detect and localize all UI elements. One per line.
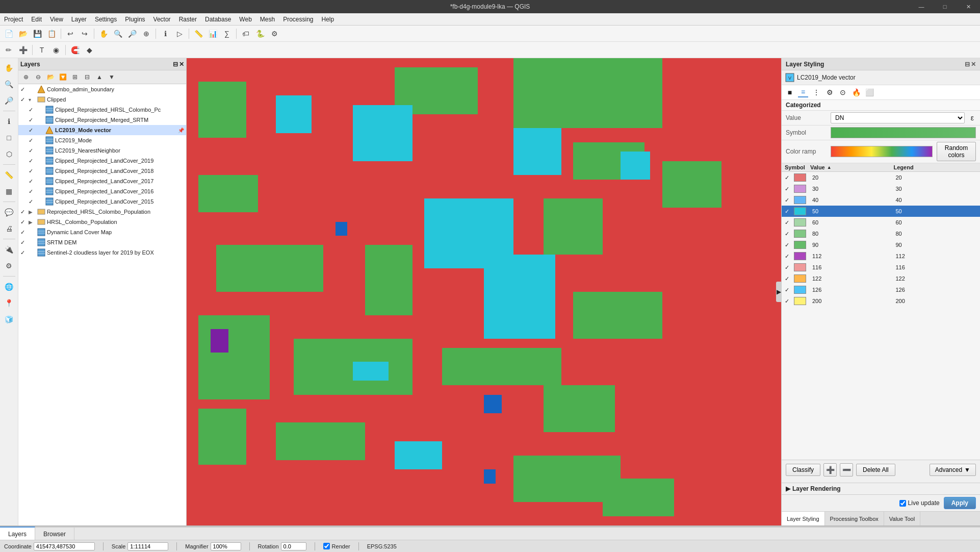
ct-check-10[interactable]: ✓ <box>785 287 792 293</box>
vertex-tool-button[interactable]: ◆ <box>83 43 96 57</box>
ct-check-11[interactable]: ✓ <box>785 298 792 305</box>
layer-check-10[interactable]: ✓ <box>29 188 37 195</box>
menu-item-database[interactable]: Database <box>201 13 235 26</box>
layer-check-9[interactable]: ✓ <box>29 178 37 185</box>
identify-button[interactable]: ℹ <box>159 27 172 40</box>
rp-bottom-tab-value-tool[interactable]: Value Tool <box>884 512 920 525</box>
menu-item-vector[interactable]: Vector <box>149 13 175 26</box>
identify-tool-button[interactable]: ℹ <box>2 114 17 129</box>
diagram-tool-button[interactable]: ◉ <box>49 43 63 57</box>
ct-color-swatch-5[interactable] <box>794 230 806 238</box>
layer-check-4[interactable]: ✓ <box>29 127 37 134</box>
layer-check-0[interactable]: ✓ <box>20 86 29 93</box>
live-update-checkbox[interactable]: Live update <box>899 499 940 507</box>
expand-all-button[interactable]: ⊞ <box>69 71 81 83</box>
value-col-header[interactable]: Value ▲ <box>810 164 894 170</box>
classify-row-7[interactable]: ✓ 112 112 <box>782 250 980 262</box>
classify-row-8[interactable]: ✓ 116 116 <box>782 262 980 273</box>
pan-map-button[interactable]: ✋ <box>97 27 110 40</box>
single-symbol-icon[interactable]: ■ <box>785 87 795 97</box>
ct-color-swatch-4[interactable] <box>794 218 806 227</box>
ct-color-swatch-8[interactable] <box>794 263 806 271</box>
layer-item-1[interactable]: ✓ ▾ Clipped <box>18 94 186 105</box>
classify-row-9[interactable]: ✓ 122 122 <box>782 273 980 284</box>
menu-item-project[interactable]: Project <box>0 13 27 26</box>
print-layout-button[interactable]: 🖨 <box>2 221 17 236</box>
filter-layer-button[interactable]: 🔽 <box>57 71 68 83</box>
ct-color-swatch-10[interactable] <box>794 286 806 294</box>
remove-layer-button[interactable]: ⊖ <box>33 71 44 83</box>
save-as-button[interactable]: 📋 <box>45 27 58 40</box>
layer-check-8[interactable]: ✓ <box>29 168 37 174</box>
select-freehand-button[interactable]: ⬡ <box>2 146 17 162</box>
layer-check-6[interactable]: ✓ <box>29 147 37 154</box>
measure-button[interactable]: 📏 <box>192 27 205 40</box>
layer-check-1[interactable]: ✓ <box>20 96 29 103</box>
layer-styling-undock-icon[interactable]: ⊟ <box>965 61 970 68</box>
minimize-button[interactable]: — <box>910 0 933 13</box>
undo-button[interactable]: ↩ <box>64 27 77 40</box>
collapse-all-button[interactable]: ⊟ <box>82 71 93 83</box>
classify-row-0[interactable]: ✓ 20 20 <box>782 172 980 183</box>
ct-check-7[interactable]: ✓ <box>785 253 792 260</box>
classify-button[interactable]: Classify <box>786 464 820 476</box>
layer-item-4[interactable]: ✓ LC2019_Mode vector 📌 <box>18 125 186 135</box>
classify-row-2[interactable]: ✓ 40 40 <box>782 194 980 206</box>
menu-item-edit[interactable]: Edit <box>27 13 46 26</box>
layer-check-12[interactable]: ✓ <box>20 209 29 215</box>
ct-color-swatch-0[interactable] <box>794 173 806 182</box>
layer-item-0[interactable]: ✓ Colombo_admin_boundary <box>18 84 186 94</box>
plugins-tool-button[interactable]: 🔌 <box>2 242 17 257</box>
layer-check-11[interactable]: ✓ <box>29 198 37 205</box>
settings-tool-button[interactable]: ⚙ <box>2 258 17 273</box>
delete-all-button[interactable]: Delete All <box>856 464 895 476</box>
classify-row-11[interactable]: ✓ 200 200 <box>782 295 980 307</box>
layer-item-15[interactable]: ✓ SRTM DEM <box>18 237 186 247</box>
layer-styling-close-icon[interactable]: ✕ <box>971 61 976 68</box>
rp-bottom-tab-layer-styling[interactable]: Layer Styling <box>782 512 825 525</box>
layer-check-7[interactable]: ✓ <box>29 158 37 164</box>
layer-check-14[interactable]: ✓ <box>20 229 29 236</box>
layer-item-7[interactable]: ✓ Clipped_Reprojected_LandCover_2019 <box>18 156 186 166</box>
python-button[interactable]: 🐍 <box>253 27 267 40</box>
ct-color-swatch-7[interactable] <box>794 252 806 260</box>
ct-check-1[interactable]: ✓ <box>785 186 792 192</box>
layer-check-16[interactable]: ✓ <box>20 249 29 256</box>
ct-check-2[interactable]: ✓ <box>785 197 792 204</box>
label-tool-button[interactable]: T <box>35 43 48 57</box>
3d-button[interactable]: 🧊 <box>2 312 17 327</box>
select-rect-button[interactable]: □ <box>2 130 17 145</box>
rp-bottom-tab-processing-toolbox[interactable]: Processing Toolbox <box>825 512 884 525</box>
measure-line-button[interactable]: 📏 <box>2 167 17 183</box>
pan-tool-button[interactable]: ✋ <box>2 60 17 76</box>
menu-item-plugins[interactable]: Plugins <box>121 13 149 26</box>
processing-button[interactable]: ⚙ <box>268 27 281 40</box>
ct-check-3[interactable]: ✓ <box>785 208 792 215</box>
layers-panel-close-button[interactable]: ✕ <box>179 61 184 68</box>
classify-row-3[interactable]: ✓ 50 50 <box>782 206 980 217</box>
ct-check-5[interactable]: ✓ <box>785 231 792 237</box>
layer-check-13[interactable]: ✓ <box>20 219 29 225</box>
live-update-input[interactable] <box>899 500 906 507</box>
layer-check-5[interactable]: ✓ <box>29 137 37 144</box>
ct-color-swatch-9[interactable] <box>794 274 806 283</box>
heatmap-icon[interactable]: 🔥 <box>851 87 861 97</box>
menu-item-view[interactable]: View <box>46 13 67 26</box>
layer-expand-12[interactable]: ▶ <box>29 209 36 215</box>
layer-item-5[interactable]: ✓ LC2019_Mode <box>18 135 186 145</box>
ct-check-6[interactable]: ✓ <box>785 242 792 248</box>
ct-check-0[interactable]: ✓ <box>785 174 792 181</box>
snap-button[interactable]: 🧲 <box>68 43 82 57</box>
rule-based-icon[interactable]: ⚙ <box>824 87 835 97</box>
layers-panel-undock-button[interactable]: ⊟ <box>173 61 178 68</box>
layer-item-10[interactable]: ✓ Clipped_Reprojected_LandCover_2016 <box>18 186 186 196</box>
magnifier-input[interactable] <box>211 542 241 550</box>
map-area[interactable]: ▶ <box>187 58 781 525</box>
classify-row-4[interactable]: ✓ 60 60 <box>782 217 980 228</box>
add-layer-button[interactable]: ⊕ <box>20 71 32 83</box>
bottom-tab-layers[interactable]: Layers <box>0 526 35 541</box>
layer-item-8[interactable]: ✓ Clipped_Reprojected_LandCover_2018 <box>18 166 186 176</box>
color-ramp-preview[interactable] <box>831 146 933 157</box>
layer-item-9[interactable]: ✓ Clipped_Reprojected_LandCover_2017 <box>18 176 186 186</box>
layer-item-2[interactable]: ✓ Clipped_Reprojected_HRSL_Colombo_Pc <box>18 105 186 115</box>
